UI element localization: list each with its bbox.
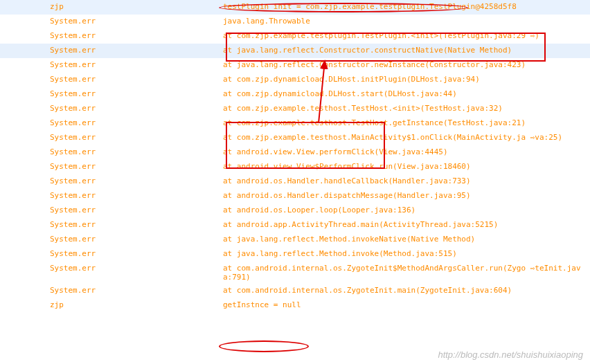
row-spacer (0, 29, 48, 44)
log-tag: System.err (48, 203, 222, 218)
row-spacer (0, 298, 48, 313)
log-message: at java.lang.reflect.Constructor.newInst… (222, 58, 590, 73)
log-row[interactable]: System.errat android.view.View$PerformCl… (0, 160, 590, 174)
log-tag: System.err (48, 145, 222, 160)
log-tag: System.err (48, 284, 222, 298)
log-tag: System.err (48, 247, 222, 262)
row-spacer (0, 116, 48, 131)
log-message: at java.lang.reflect.Method.invoke(Metho… (222, 247, 590, 262)
row-spacer (0, 87, 48, 102)
log-row[interactable]: zjpgetInstnce = null (0, 298, 590, 313)
log-tag: System.err (48, 73, 222, 87)
log-row[interactable]: System.errat com.zjp.example.testplugin.… (0, 29, 590, 44)
log-row[interactable]: System.errjava.lang.Throwable (0, 15, 590, 29)
row-spacer (0, 102, 48, 116)
row-spacer (0, 284, 48, 298)
log-message: at com.zjp.example.testhost.TestHost.get… (222, 116, 590, 131)
log-row[interactable]: System.errat java.lang.reflect.Method.in… (0, 233, 590, 247)
log-tag: System.err (48, 44, 222, 58)
log-row[interactable]: System.errat com.android.internal.os.Zyg… (0, 262, 590, 284)
log-row[interactable]: System.errat java.lang.reflect.Construct… (0, 44, 590, 58)
log-tag: System.err (48, 189, 222, 203)
log-tag: System.err (48, 174, 222, 189)
log-message: at com.android.internal.os.ZygoteInit$Me… (222, 262, 590, 284)
log-message: at com.zjp.example.testhost.MainActivity… (222, 131, 590, 145)
row-spacer (0, 262, 48, 284)
annotation-oval-bottom (219, 340, 309, 352)
log-row[interactable]: System.errat java.lang.reflect.Construct… (0, 58, 590, 73)
log-tag: System.err (48, 233, 222, 247)
log-row[interactable]: System.errat com.android.internal.os.Zyg… (0, 284, 590, 298)
log-message: at android.os.Handler.handleCallback(Han… (222, 174, 590, 189)
log-table: zjptestPlugin init = com.zjp.example.tes… (0, 0, 590, 313)
log-row[interactable]: System.errat com.zjp.example.testhost.Ma… (0, 131, 590, 145)
log-message: java.lang.Throwable (222, 15, 590, 29)
log-tag: System.err (48, 15, 222, 29)
row-spacer (0, 203, 48, 218)
log-tag: zjp (48, 0, 222, 15)
log-row[interactable]: System.errat java.lang.reflect.Method.in… (0, 247, 590, 262)
log-tag: System.err (48, 58, 222, 73)
row-spacer (0, 73, 48, 87)
log-message: at android.app.ActivityThread.main(Activ… (222, 218, 590, 233)
log-row[interactable]: zjptestPlugin init = com.zjp.example.tes… (0, 0, 590, 15)
log-message: at android.os.Looper.loop(Looper.java:13… (222, 203, 590, 218)
log-message: at com.zjp.dynamicload.DLHost.start(DLHo… (222, 87, 590, 102)
row-spacer (0, 233, 48, 247)
log-message: at com.android.internal.os.ZygoteInit.ma… (222, 284, 590, 298)
log-message: testPlugin init = com.zjp.example.testpl… (222, 0, 590, 15)
row-spacer (0, 131, 48, 145)
log-tag: System.err (48, 116, 222, 131)
row-spacer (0, 145, 48, 160)
log-message: at com.zjp.example.testhost.TestHost.<in… (222, 102, 590, 116)
row-spacer (0, 174, 48, 189)
row-spacer (0, 15, 48, 29)
row-spacer (0, 44, 48, 58)
log-tag: zjp (48, 298, 222, 313)
log-tag: System.err (48, 160, 222, 174)
log-message: at java.lang.reflect.Method.invokeNative… (222, 233, 590, 247)
log-row[interactable]: System.errat android.os.Looper.loop(Loop… (0, 203, 590, 218)
row-spacer (0, 189, 48, 203)
row-spacer (0, 247, 48, 262)
log-row[interactable]: System.errat com.zjp.dynamicload.DLHost.… (0, 87, 590, 102)
log-tag: System.err (48, 29, 222, 44)
log-message: at com.zjp.example.testplugin.TestPlugin… (222, 29, 590, 44)
log-row[interactable]: System.errat android.view.View.performCl… (0, 145, 590, 160)
row-spacer (0, 160, 48, 174)
log-tag: System.err (48, 218, 222, 233)
log-message: at java.lang.reflect.Constructor.constru… (222, 44, 590, 58)
log-message: at android.os.Handler.dispatchMessage(Ha… (222, 189, 590, 203)
log-row[interactable]: System.errat android.os.Handler.handleCa… (0, 174, 590, 189)
log-tag: System.err (48, 87, 222, 102)
watermark-text: http://blog.csdn.net/shuishuixiaoping (438, 349, 583, 360)
log-message: at com.zjp.dynamicload.DLHost.initPlugin… (222, 73, 590, 87)
log-tag: System.err (48, 131, 222, 145)
log-row[interactable]: System.errat com.zjp.example.testhost.Te… (0, 116, 590, 131)
row-spacer (0, 218, 48, 233)
log-row[interactable]: System.errat com.zjp.example.testhost.Te… (0, 102, 590, 116)
row-spacer (0, 0, 48, 15)
log-message: getInstnce = null (222, 298, 590, 313)
log-tag: System.err (48, 262, 222, 284)
log-tag: System.err (48, 102, 222, 116)
log-message: at android.view.View$PerformClick.run(Vi… (222, 160, 590, 174)
row-spacer (0, 58, 48, 73)
log-row[interactable]: System.errat android.os.Handler.dispatch… (0, 189, 590, 203)
log-row[interactable]: System.errat android.app.ActivityThread.… (0, 218, 590, 233)
log-message: at android.view.View.performClick(View.j… (222, 145, 590, 160)
log-row[interactable]: System.errat com.zjp.dynamicload.DLHost.… (0, 73, 590, 87)
